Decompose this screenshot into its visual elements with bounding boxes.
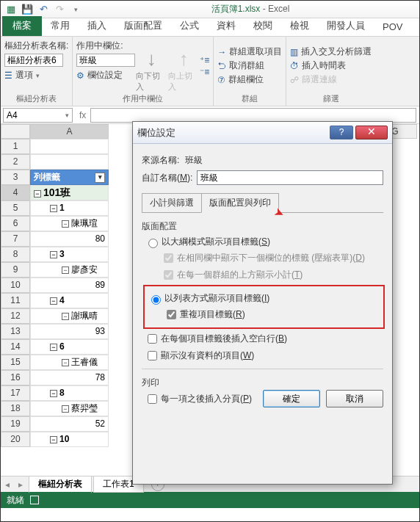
cell[interactable] (30, 154, 109, 170)
row-header[interactable]: 4 (1, 185, 30, 200)
dialog-titlebar[interactable]: 欄位設定 ? ✕ (133, 122, 392, 144)
row-header[interactable]: 18 (1, 401, 30, 416)
cell[interactable]: 89 (30, 278, 109, 293)
row-header[interactable]: 17 (1, 385, 30, 401)
cancel-button[interactable]: 取消 (326, 390, 383, 407)
insert-slicer-button[interactable]: ▥插入交叉分析篩選 (290, 45, 372, 59)
row-header[interactable]: 16 (1, 370, 30, 385)
collapse-icon[interactable]: − (62, 405, 69, 413)
active-field-input[interactable] (76, 54, 135, 67)
row-header[interactable]: 19 (1, 416, 30, 432)
radio-tabular[interactable] (151, 295, 161, 305)
cell[interactable]: 93 (30, 324, 109, 339)
collapse-icon[interactable]: − (50, 344, 57, 351)
collapse-icon[interactable]: − (50, 205, 57, 212)
row-header[interactable]: 5 (1, 200, 30, 216)
row-header[interactable]: 9 (1, 262, 30, 278)
option-blank-row[interactable]: 在每個項目標籤後插入空白行(B) (145, 332, 383, 346)
insert-timeline-button[interactable]: ⏱插入時間表 (290, 59, 372, 73)
checkbox-blank-row[interactable] (148, 334, 157, 344)
cell[interactable]: −6 (30, 339, 109, 355)
group-selection-button[interactable]: →群組選取項目 (217, 45, 282, 59)
tab-formulas[interactable]: 公式 (171, 16, 208, 36)
filter-connections-button[interactable]: ☍篩選連線 (290, 73, 372, 87)
tab-developer[interactable]: 開發人員 (318, 16, 374, 36)
cell[interactable]: −3 (30, 247, 109, 262)
cell-a4[interactable]: −101班 (30, 185, 109, 200)
collapse-icon[interactable]: − (50, 436, 57, 443)
collapse-icon[interactable]: ⁻≡ (200, 67, 209, 77)
checkbox-repeat-labels[interactable] (167, 310, 176, 319)
row-header[interactable]: 14 (1, 339, 30, 355)
row-header[interactable]: 7 (1, 231, 30, 247)
undo-icon[interactable]: ↶ (37, 3, 50, 16)
drill-down-button[interactable]: ↓ 向下切入 (136, 39, 167, 93)
row-header[interactable]: 1 (1, 139, 30, 154)
row-header[interactable]: 11 (1, 293, 30, 308)
qat-customize-icon[interactable]: ▾ (69, 3, 82, 16)
help-button[interactable]: ? (330, 126, 353, 139)
cell[interactable]: −廖彥安 (30, 262, 109, 278)
group-field-button[interactable]: ⑦群組欄位 (217, 73, 282, 87)
tab-layout-print[interactable]: 版面配置與列印 ➤ (201, 193, 279, 213)
collapse-icon[interactable]: − (50, 390, 57, 397)
redo-icon[interactable]: ↷ (53, 3, 66, 16)
cell[interactable]: −謝珮晴 (30, 308, 109, 324)
name-box[interactable]: A4▾ (3, 108, 73, 123)
row-header[interactable]: 15 (1, 355, 30, 370)
collapse-icon[interactable]: − (50, 251, 57, 258)
ungroup-button[interactable]: ⮌取消群組 (217, 59, 282, 73)
option-show-no-data[interactable]: 顯示沒有資料的項目(W) (145, 349, 383, 363)
drill-up-button[interactable]: ↑ 向上切入 (168, 39, 199, 93)
options-button[interactable]: ☰ 選項 ▾ (4, 68, 68, 82)
filter-dropdown-icon[interactable]: ▾ (95, 173, 105, 183)
sheet-tab-pivot[interactable]: 樞紐分析表 (29, 476, 92, 493)
checkbox-show-no-data[interactable] (148, 351, 157, 360)
tab-nav-next-icon[interactable]: ▸ (14, 479, 27, 490)
option-tabular[interactable]: 以列表方式顯示項目標籤(I) (148, 292, 380, 305)
tab-subtotals-filters[interactable]: 小計與篩選 (142, 193, 202, 213)
cell[interactable]: 80 (30, 231, 109, 247)
tab-file[interactable]: 檔案 (2, 16, 42, 36)
row-header[interactable]: 12 (1, 308, 30, 324)
option-outline[interactable]: 以大綱模式顯示項目標籤(S) (145, 236, 383, 248)
tab-insert[interactable]: 插入 (79, 16, 115, 36)
cell[interactable]: −8 (30, 385, 109, 401)
row-header[interactable]: 2 (1, 154, 30, 170)
option-repeat-labels[interactable]: 重複項目標籤(R) (164, 308, 380, 322)
cell[interactable]: −王睿儀 (30, 355, 109, 370)
save-icon[interactable]: 💾 (21, 3, 34, 16)
cell[interactable]: −蔡羿瑩 (30, 401, 109, 416)
field-settings-button[interactable]: ⚙ 欄位設定 (76, 68, 135, 82)
tab-layout[interactable]: 版面配置 (115, 16, 171, 36)
collapse-icon[interactable]: − (34, 190, 41, 197)
row-header[interactable]: 8 (1, 247, 30, 262)
row-header[interactable]: 10 (1, 278, 30, 293)
tab-data[interactable]: 資料 (208, 16, 245, 36)
pivot-row-labels-header[interactable]: 列標籤▾ (30, 170, 109, 185)
tab-review[interactable]: 校閱 (245, 16, 281, 36)
cell[interactable]: 52 (30, 416, 109, 432)
row-header[interactable]: 13 (1, 324, 30, 339)
col-header-a[interactable]: A (30, 124, 109, 139)
radio-outline[interactable] (148, 239, 158, 248)
cell[interactable]: −10 (30, 432, 109, 447)
custom-name-input[interactable] (197, 170, 383, 185)
pivot-name-input[interactable] (4, 54, 63, 67)
cell[interactable]: −4 (30, 293, 109, 308)
row-header[interactable]: 20 (1, 432, 30, 447)
collapse-icon[interactable]: − (62, 267, 69, 274)
macro-record-icon[interactable] (30, 496, 39, 504)
cell[interactable]: −陳珮瑄 (30, 216, 109, 231)
tab-nav-prev-icon[interactable]: ◂ (1, 479, 14, 490)
tab-view[interactable]: 檢視 (281, 16, 318, 36)
formula-bar[interactable] (90, 108, 416, 123)
cell[interactable] (30, 139, 109, 154)
row-header[interactable]: 6 (1, 216, 30, 231)
collapse-icon[interactable]: − (62, 359, 69, 366)
checkbox-page-break[interactable] (148, 394, 157, 404)
row-header[interactable]: 3 (1, 170, 30, 185)
cell[interactable]: −1 (30, 200, 109, 216)
cell[interactable]: 78 (30, 370, 109, 385)
collapse-icon[interactable]: − (50, 297, 57, 305)
